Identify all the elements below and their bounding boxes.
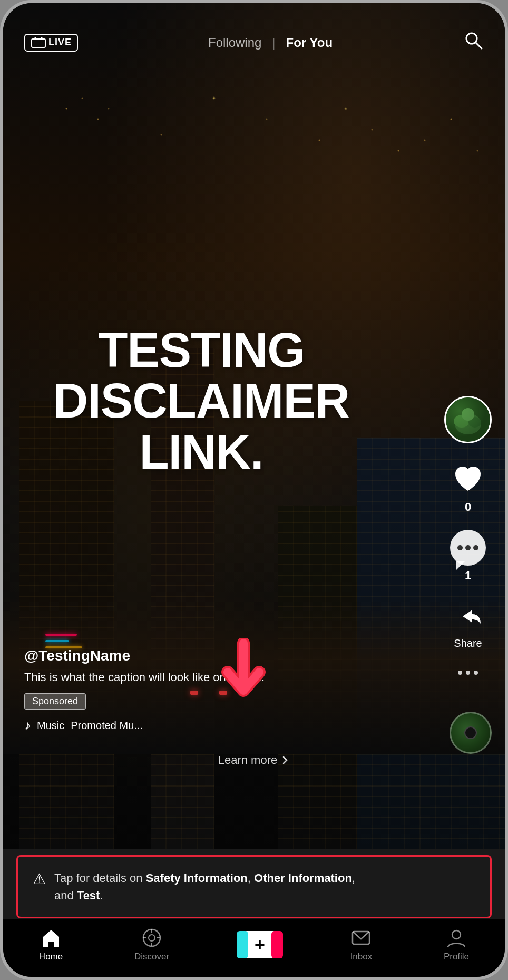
plus-icon: +: [255, 936, 265, 954]
music-note-icon: ♪: [24, 718, 31, 733]
like-action[interactable]: 0: [449, 459, 487, 514]
profile-label: Profile: [444, 952, 469, 962]
svg-point-11: [462, 408, 474, 421]
comment-icon: [450, 530, 486, 566]
main-heading-line1: TESTING: [24, 325, 378, 376]
big-arrow: [212, 638, 275, 712]
spacer: [3, 849, 505, 855]
disclaimer-bold2: Other Information: [254, 871, 352, 885]
disclaimer-icon: ⚠: [33, 870, 46, 888]
disclaimer-bold1: Safety Information: [146, 871, 248, 885]
svg-point-19: [452, 930, 461, 939]
share-label: Share: [454, 637, 482, 649]
nav-tabs: Following | For You: [198, 35, 343, 50]
nav-discover[interactable]: Discover: [134, 927, 169, 962]
disclaimer-bar[interactable]: ⚠ Tap for details on Safety Information,…: [16, 855, 492, 918]
svg-point-7: [446, 397, 490, 442]
more-options[interactable]: [458, 665, 478, 680]
video-main-text: TESTING DISCLAIMER LINK.: [3, 325, 399, 478]
svg-point-10: [468, 417, 481, 428]
live-text: LIVE: [48, 37, 72, 48]
disclaimer-comma1: ,: [248, 871, 254, 885]
discover-label: Discover: [134, 952, 169, 962]
create-button[interactable]: +: [241, 931, 279, 958]
for-you-tab[interactable]: For You: [276, 35, 343, 50]
main-heading-line2: DISCLAIMER: [24, 375, 378, 426]
learn-more-button[interactable]: Learn more: [218, 753, 290, 767]
comment-dots: [457, 545, 478, 550]
music-disc: [450, 712, 492, 754]
disclaimer-text: Tap for details on Safety Information, O…: [54, 869, 355, 904]
nav-inbox[interactable]: Inbox: [350, 927, 373, 962]
svg-point-8: [455, 413, 481, 434]
live-badge[interactable]: LIVE: [24, 34, 78, 52]
top-nav: LIVE Following | For You: [3, 3, 505, 66]
following-tab[interactable]: Following: [198, 35, 272, 50]
video-area[interactable]: LIVE Following | For You TESTING DISCLAI…: [3, 3, 505, 849]
share-icon: [450, 598, 486, 634]
disclaimer-text-before: Tap for details on: [54, 871, 146, 885]
inbox-label: Inbox: [350, 952, 373, 962]
home-label: Home: [39, 952, 63, 962]
phone-frame: LIVE Following | For You TESTING DISCLAI…: [0, 0, 508, 980]
disclaimer-bold3: Test: [77, 889, 100, 902]
music-label: Music: [37, 720, 64, 732]
share-action[interactable]: Share: [450, 598, 486, 649]
learn-more-bar[interactable]: Learn more: [3, 753, 505, 767]
comment-action[interactable]: 1: [450, 530, 486, 583]
nav-profile[interactable]: Profile: [444, 927, 469, 962]
disclaimer-period: .: [100, 889, 103, 902]
main-heading-line3: LINK.: [24, 426, 378, 478]
neon-signs: [45, 634, 82, 648]
svg-point-9: [454, 415, 470, 428]
heart-icon: [449, 459, 487, 497]
comments-count: 1: [465, 569, 471, 583]
learn-more-label: Learn more: [218, 753, 278, 767]
bottom-nav: Home Discover + Inbox: [3, 918, 505, 977]
right-actions: 0 1 Share: [444, 396, 492, 680]
promoted-music: Promoted Mu...: [71, 720, 143, 732]
sponsored-badge: Sponsored: [24, 693, 86, 710]
svg-line-6: [476, 43, 482, 48]
nav-home[interactable]: Home: [39, 927, 63, 962]
svg-rect-0: [32, 39, 45, 47]
nav-create[interactable]: +: [241, 931, 279, 958]
likes-count: 0: [465, 500, 471, 514]
avatar[interactable]: [444, 396, 492, 443]
music-row[interactable]: ♪ Music Promoted Mu...: [24, 718, 410, 733]
search-button[interactable]: [463, 30, 484, 55]
live-tv-icon: [31, 37, 46, 48]
svg-line-4: [41, 37, 43, 38]
svg-line-3: [34, 37, 36, 38]
svg-point-13: [149, 935, 155, 941]
